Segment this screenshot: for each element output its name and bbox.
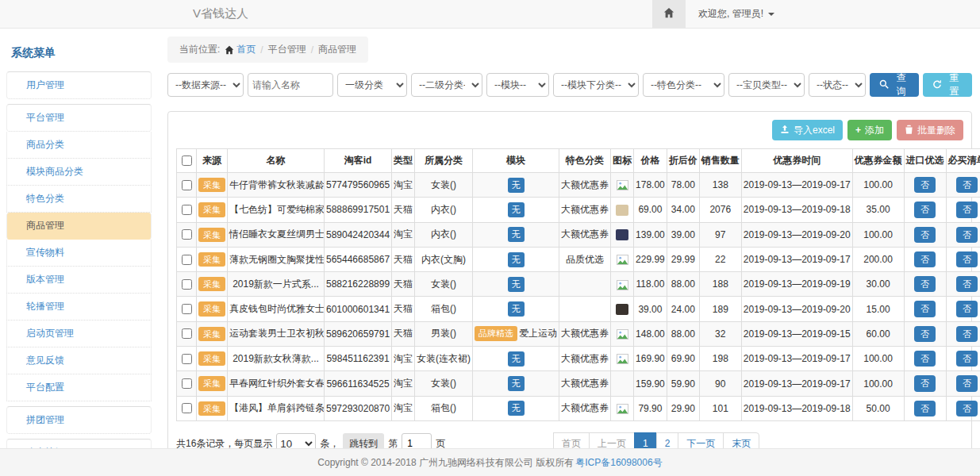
- filter-select[interactable]: --模块--: [486, 73, 549, 97]
- row-checkbox[interactable]: [182, 354, 192, 364]
- import-select-toggle[interactable]: 否: [914, 251, 936, 267]
- sidebar-item[interactable]: 宣传物料: [6, 240, 152, 267]
- sidebar-item[interactable]: 意见反馈: [6, 347, 152, 374]
- search-button[interactable]: 查询: [870, 73, 919, 97]
- filter-select[interactable]: --宝贝类型--: [728, 73, 805, 97]
- must-buy-toggle[interactable]: 否: [956, 326, 978, 342]
- sidebar-item[interactable]: 用户管理: [6, 71, 152, 99]
- row-checkbox[interactable]: [182, 229, 192, 240]
- sidebar-item[interactable]: 平台管理: [6, 104, 152, 132]
- table-row: 采集 真皮钱包时尚优雅女士... 601000601341 天猫 箱包() 无: [177, 297, 980, 321]
- must-buy-toggle[interactable]: 否: [956, 301, 978, 317]
- breadcrumb-level1: 平台管理: [268, 43, 306, 56]
- import-select-toggle[interactable]: 否: [914, 401, 936, 416]
- row-checkbox[interactable]: [182, 255, 192, 265]
- column-header: 价格: [634, 149, 667, 173]
- sidebar-item[interactable]: 平台配置: [6, 374, 152, 401]
- home-button[interactable]: [652, 0, 686, 28]
- row-checkbox[interactable]: [182, 205, 192, 215]
- import-select-toggle[interactable]: 否: [914, 177, 936, 193]
- filter-select[interactable]: --状态--: [809, 73, 866, 97]
- coupon-amount: 100.00: [852, 347, 904, 371]
- icp-link[interactable]: 粤ICP备16098006号: [575, 456, 662, 470]
- coupon-time: 2019-09-13—2019-09-18: [741, 396, 852, 420]
- filter-select[interactable]: --二级分类--: [411, 73, 482, 97]
- coupon-time: 2019-09-13—2019-09-19: [741, 272, 852, 297]
- sales-count: 2076: [699, 198, 741, 222]
- discount-price: 29.90: [667, 396, 699, 420]
- sidebar-item[interactable]: 商品管理: [6, 213, 152, 240]
- feature-category: [559, 272, 611, 297]
- breadcrumb-home-link[interactable]: 首页: [225, 43, 256, 56]
- icon-cell: [611, 198, 634, 222]
- batch-delete-button[interactable]: 批量删除: [897, 120, 963, 140]
- name-search-input[interactable]: [248, 73, 333, 97]
- import-select-toggle[interactable]: 否: [914, 202, 936, 217]
- product-type: 淘宝: [392, 371, 415, 396]
- import-excel-button[interactable]: 导入excel: [772, 120, 843, 140]
- filter-select[interactable]: --特色分类--: [643, 73, 724, 97]
- must-buy-toggle[interactable]: 否: [956, 276, 978, 292]
- icon-cell: [611, 247, 634, 271]
- copyright-text: Copyright © 2014-2018 广州九驰网络科技有限公司 版权所有: [317, 456, 574, 470]
- row-checkbox[interactable]: [182, 403, 192, 413]
- must-buy-toggle[interactable]: 否: [956, 202, 978, 217]
- sales-count: 90: [699, 371, 741, 396]
- must-buy-toggle[interactable]: 否: [956, 227, 978, 243]
- icon-cell: [611, 347, 634, 371]
- must-buy-toggle[interactable]: 否: [956, 401, 978, 416]
- sidebar-item-label: 意见反馈: [26, 355, 64, 366]
- source-badge: 采集: [198, 351, 225, 366]
- sidebar-item[interactable]: 启动页管理: [6, 321, 152, 347]
- must-buy-toggle[interactable]: 否: [956, 251, 978, 267]
- price: 178.00: [634, 173, 667, 198]
- product-category: 女装(): [415, 173, 473, 198]
- discount-price: 78.00: [667, 173, 699, 198]
- must-buy-toggle[interactable]: 否: [956, 177, 978, 193]
- sidebar-item[interactable]: 商品分类: [6, 132, 152, 159]
- row-checkbox[interactable]: [182, 378, 192, 389]
- row-checkbox[interactable]: [182, 304, 192, 314]
- coupon-time: 2019-09-13—2019-09-17: [741, 347, 852, 371]
- import-select-toggle[interactable]: 否: [914, 375, 936, 391]
- column-header: 模块: [473, 149, 559, 173]
- app-title: V省钱达人: [193, 6, 248, 21]
- sidebar-item-label: 版本管理: [26, 274, 64, 285]
- filter-select[interactable]: --模块下分类--: [553, 73, 639, 97]
- import-select-toggle[interactable]: 否: [914, 301, 936, 317]
- row-checkbox[interactable]: [182, 328, 192, 339]
- reset-button[interactable]: 重置: [923, 73, 972, 97]
- price: 69.00: [634, 198, 667, 222]
- import-select-toggle[interactable]: 否: [914, 326, 936, 342]
- taoke-id: 565446685867: [325, 247, 392, 271]
- must-buy-toggle[interactable]: 否: [956, 375, 978, 391]
- add-button[interactable]: + 添加: [847, 120, 892, 140]
- sidebar-item[interactable]: 拼团管理: [6, 406, 152, 434]
- sidebar-item[interactable]: 轮播管理: [6, 294, 152, 321]
- must-buy-toggle[interactable]: 否: [956, 351, 978, 367]
- select-all-checkbox[interactable]: [182, 155, 192, 166]
- user-menu[interactable]: 欢迎您, 管理员!: [686, 7, 786, 21]
- caret-down-icon: [768, 13, 774, 16]
- import-select-toggle[interactable]: 否: [914, 227, 936, 243]
- filter-select-source[interactable]: --数据来源--: [167, 73, 244, 97]
- sidebar-item-label: 用户管理: [26, 79, 64, 90]
- filter-select[interactable]: 一级分类: [337, 73, 407, 97]
- sidebar-item[interactable]: 模块商品分类: [6, 159, 152, 186]
- row-checkbox[interactable]: [182, 180, 192, 190]
- module-badge: 无: [508, 227, 525, 242]
- table-row: 采集 2019新款一片式系... 588216228899 天猫 女装() 无: [177, 272, 980, 297]
- import-select-toggle[interactable]: 否: [914, 276, 936, 292]
- row-checkbox[interactable]: [182, 279, 192, 290]
- sidebar-item-label: 商品管理: [26, 220, 64, 231]
- feature-category: 大额优惠券: [559, 371, 611, 396]
- search-icon: [879, 79, 889, 91]
- sidebar-item[interactable]: 特色分类: [6, 186, 152, 213]
- taoke-id: 589042420344: [325, 222, 392, 247]
- source-badge: 采集: [198, 327, 225, 341]
- sidebar-item[interactable]: 版本管理: [6, 267, 152, 294]
- import-select-toggle[interactable]: 否: [914, 351, 936, 367]
- column-header: 销售数量: [699, 149, 741, 173]
- product-type: 天猫: [392, 247, 415, 271]
- breadcrumb-separator: /: [260, 44, 263, 56]
